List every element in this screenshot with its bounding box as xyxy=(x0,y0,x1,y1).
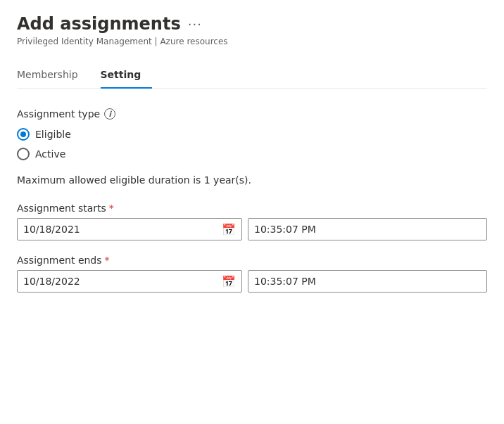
assignment-starts-inputs: 📅 xyxy=(17,218,487,240)
assignment-ends-label-text: Assignment ends xyxy=(17,255,102,266)
assignment-starts-label-text: Assignment starts xyxy=(17,203,106,214)
assignment-starts-group: Assignment starts * 📅 xyxy=(17,203,487,240)
assignment-ends-inputs: 📅 xyxy=(17,270,487,293)
assignment-ends-label: Assignment ends * xyxy=(17,255,487,266)
page-title: Add assignments xyxy=(17,14,181,34)
page-subtitle: Privileged Identity Management | Azure r… xyxy=(17,37,487,46)
radio-active[interactable]: Active xyxy=(17,148,487,160)
assignment-ends-time-input[interactable] xyxy=(254,276,481,287)
duration-info-text: Maximum allowed eligible duration is 1 y… xyxy=(17,174,487,186)
assignment-starts-time-wrapper xyxy=(248,218,487,240)
more-options-button[interactable]: ··· xyxy=(188,17,202,32)
assignment-ends-required: * xyxy=(105,255,110,266)
assignment-type-label: Assignment type i xyxy=(17,108,487,120)
tab-bar: Membership Setting xyxy=(17,63,487,89)
radio-eligible-button[interactable] xyxy=(17,128,30,141)
tab-membership[interactable]: Membership xyxy=(17,63,89,89)
radio-eligible-label: Eligible xyxy=(35,129,71,140)
assignment-ends-date-wrapper: 📅 xyxy=(17,270,242,293)
assignment-starts-required: * xyxy=(109,203,114,214)
assignment-ends-time-wrapper xyxy=(248,270,487,293)
assignment-starts-time-input[interactable] xyxy=(254,224,481,235)
assignment-starts-date-input[interactable] xyxy=(23,224,222,235)
page-header: Add assignments ··· xyxy=(17,14,487,34)
assignment-type-radio-group: Eligible Active xyxy=(17,128,487,160)
tab-setting[interactable]: Setting xyxy=(101,63,153,89)
radio-eligible[interactable]: Eligible xyxy=(17,128,487,141)
radio-active-label: Active xyxy=(35,148,65,160)
assignment-starts-label: Assignment starts * xyxy=(17,203,487,214)
assignment-ends-group: Assignment ends * 📅 xyxy=(17,255,487,293)
assignment-starts-date-wrapper: 📅 xyxy=(17,218,242,240)
assignment-ends-calendar-icon[interactable]: 📅 xyxy=(222,275,236,288)
radio-active-button[interactable] xyxy=(17,148,30,160)
assignment-ends-date-input[interactable] xyxy=(23,276,222,287)
assignment-starts-calendar-icon[interactable]: 📅 xyxy=(222,223,236,236)
assignment-type-text: Assignment type xyxy=(17,108,100,120)
assignment-type-info-icon[interactable]: i xyxy=(104,108,115,120)
radio-eligible-indicator xyxy=(20,131,26,137)
